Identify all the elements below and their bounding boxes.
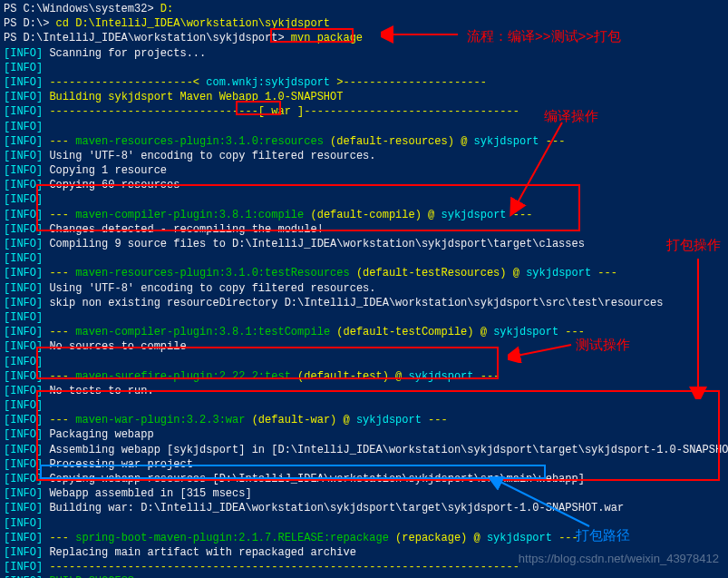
text: >----------------------	[330, 76, 487, 89]
dash: ---	[591, 267, 617, 279]
text: Copying webapp resources [D:\IntelliJ_ID…	[43, 473, 585, 485]
plugin: maven-resources-plugin:3.1.0:resources	[75, 135, 324, 148]
info-tag: [INFO]	[4, 209, 43, 221]
dash: ---	[43, 326, 75, 338]
info-tag: [INFO]	[4, 76, 43, 89]
info-tag: [INFO]	[4, 370, 43, 383]
project: sykjdsport	[442, 209, 507, 221]
info-tag: [INFO]	[4, 356, 43, 368]
plugin: maven-compiler-plugin:3.8.1:compile	[75, 209, 304, 221]
project: sykjdsport	[474, 135, 539, 148]
info-tag: [INFO]	[4, 487, 43, 500]
at: @	[395, 370, 408, 383]
dash: ---	[43, 209, 75, 221]
text: ---------------------------------	[304, 105, 519, 118]
text: (default-compile)	[304, 209, 428, 221]
info-tag: [INFO]	[4, 385, 43, 397]
info-tag: [INFO]	[4, 532, 43, 544]
text: (default-testCompile)	[330, 326, 480, 338]
info-tag: [INFO]	[4, 517, 43, 530]
dash: ---	[507, 209, 533, 221]
at: @	[513, 267, 526, 279]
text: ----------------------<	[43, 76, 206, 89]
dash: ---	[43, 414, 75, 426]
plugin: maven-resources-plugin:3.1.0:testResourc…	[75, 267, 349, 279]
text: com.wnkj:sykjdsport	[206, 76, 330, 89]
info-tag: [INFO]	[4, 252, 43, 265]
dash: ---	[43, 135, 75, 148]
dash: ---	[43, 370, 75, 383]
text: Packaging webapp	[43, 428, 153, 441]
info-tag: [INFO]	[4, 458, 43, 471]
project: sykjdsport	[487, 532, 552, 544]
text: Assembling webapp [sykjdsport] in [D:\In…	[43, 444, 728, 456]
cmd: D:	[160, 3, 173, 15]
info-tag: [INFO]	[4, 282, 43, 295]
project: sykjdsport	[356, 414, 422, 426]
info-tag: [INFO]	[4, 428, 43, 441]
project: sykjdsport	[493, 326, 558, 338]
text: No sources to compile	[43, 340, 186, 353]
prompt: PS D:\IntelliJ_IDEA\workstation\sykjdspo…	[4, 32, 285, 44]
text: --------------------------------	[43, 105, 258, 118]
text: Compiling 9 source files to D:\IntelliJ_…	[43, 238, 585, 250]
text: (default-war)	[245, 414, 343, 426]
info-tag: [INFO]	[4, 546, 43, 559]
info-tag: [INFO]	[4, 561, 43, 573]
text: Copying 1 resource	[43, 164, 167, 177]
info-tag: [INFO]	[4, 238, 43, 250]
info-tag: [INFO]	[4, 267, 43, 279]
text: Copying 60 resources	[43, 179, 180, 191]
info-tag: [INFO]	[4, 311, 43, 324]
dash: ---	[558, 326, 585, 338]
at: @	[474, 532, 487, 544]
text: Building war: D:\IntelliJ_IDEA\workstati…	[43, 502, 624, 514]
info-tag: [INFO]	[4, 91, 43, 103]
cmd: cd D:\IntelliJ_IDEA\workstation\sykjdspo…	[56, 17, 330, 30]
prompt: PS D:\>	[4, 17, 56, 30]
at: @	[480, 326, 493, 338]
prompt: PS C:\Windows\system32>	[4, 3, 160, 15]
info-tag: [INFO]	[4, 150, 43, 162]
at: @	[428, 209, 441, 221]
dash: ---	[539, 135, 566, 148]
info-tag: [INFO]	[4, 164, 43, 177]
at: @	[461, 135, 473, 148]
info-tag: [INFO]	[4, 502, 43, 514]
text: Using 'UTF-8' encoding to copy filtered …	[43, 150, 375, 162]
info-tag: [INFO]	[4, 62, 43, 74]
cmd: mvn package	[285, 32, 370, 44]
text: [ war ]	[258, 105, 304, 118]
info-tag: [INFO]	[4, 340, 43, 353]
text: Processing war project	[43, 458, 193, 471]
project: sykjdsport	[526, 267, 591, 279]
text: (default-resources)	[324, 135, 461, 148]
text: Replacing main artifact with repackaged …	[43, 546, 356, 559]
text: (default-test)	[291, 370, 395, 383]
info-tag: [INFO]	[4, 326, 43, 338]
dash: ---	[552, 532, 578, 544]
info-tag: [INFO]	[4, 135, 43, 148]
project: sykjdsport	[409, 370, 474, 383]
text: skip non existing resourceDirectory D:\I…	[43, 297, 663, 309]
text: (default-testResources)	[350, 267, 513, 279]
info-tag: [INFO]	[4, 47, 43, 60]
info-tag: [INFO]	[4, 297, 43, 309]
info-tag: [INFO]	[4, 193, 43, 206]
text: ----------------------------------------…	[43, 561, 519, 573]
watermark: https://blog.csdn.net/weixin_43978412	[519, 551, 719, 567]
plugin: maven-war-plugin:3.2.3:war	[75, 414, 245, 426]
info-tag: [INFO]	[4, 473, 43, 485]
plugin: maven-surefire-plugin:2.22.2:test	[75, 370, 291, 383]
info-tag: [INFO]	[4, 414, 43, 426]
info-tag: [INFO]	[4, 179, 43, 191]
at: @	[344, 414, 356, 426]
info-tag: [INFO]	[4, 444, 43, 456]
info-tag: [INFO]	[4, 121, 43, 133]
dash: ---	[422, 414, 448, 426]
text: No tests to run.	[43, 385, 153, 397]
info-tag: [INFO]	[4, 105, 43, 118]
dash: ---	[43, 532, 75, 544]
info-tag: [INFO]	[4, 223, 43, 236]
plugin: maven-compiler-plugin:3.8.1:testCompile	[75, 326, 330, 338]
